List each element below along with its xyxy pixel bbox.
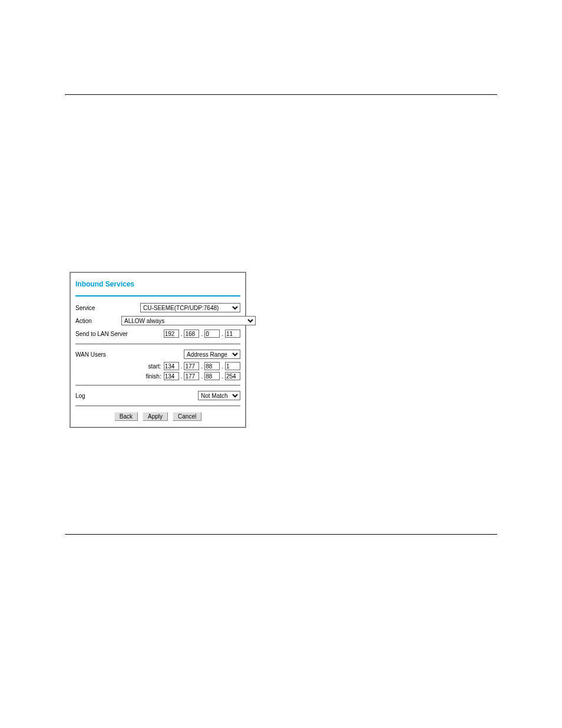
wan-users-select[interactable]: Address Range [184, 350, 240, 359]
service-select[interactable]: CU-SEEME(TCP/UDP:7648) [140, 303, 240, 312]
log-label: Log [75, 393, 121, 399]
service-label: Service [75, 305, 121, 311]
wan-finish-ip-3[interactable] [204, 372, 220, 380]
wan-users-label: WAN Users [75, 351, 121, 358]
wan-start-ip-1[interactable] [164, 362, 179, 370]
send-to-lan-label: Send to LAN Server [75, 331, 134, 337]
ip-dot: . [221, 363, 224, 370]
lan-ip-3[interactable] [204, 330, 220, 338]
row-wan-finish: finish: . . . [75, 372, 240, 380]
lan-ip-1[interactable] [164, 330, 179, 338]
panel-title: Inbound Services [75, 278, 240, 292]
footer-rule [65, 534, 497, 535]
row-service: Service CU-SEEME(TCP/UDP:7648) [75, 302, 240, 313]
panel-divider-thin [75, 385, 240, 386]
wan-start-ip-2[interactable] [184, 362, 199, 370]
lan-ip-2[interactable] [184, 330, 199, 338]
ip-dot: . [180, 363, 183, 370]
ip-dot: . [200, 331, 203, 337]
action-label: Action [75, 318, 121, 324]
ip-dot: . [221, 331, 224, 337]
wan-start-ip-3[interactable] [204, 362, 220, 370]
row-action: Action ALLOW always [75, 315, 240, 326]
button-row: Back Apply Cancel [75, 412, 240, 421]
lan-ip-4[interactable] [225, 330, 240, 338]
row-log: Log Not Match [75, 390, 240, 401]
ip-dot: . [221, 373, 224, 380]
inbound-services-panel: Inbound Services Service CU-SEEME(TCP/UD… [70, 272, 246, 428]
header-rule [65, 94, 497, 95]
wan-finish-ip-2[interactable] [184, 372, 199, 380]
row-send-to-lan: Send to LAN Server . . . [75, 328, 240, 339]
action-select[interactable]: ALLOW always [121, 316, 256, 325]
panel-divider-thin [75, 406, 240, 406]
wan-finish-ip-4[interactable] [225, 372, 240, 380]
ip-dot: . [200, 363, 203, 370]
cancel-button[interactable]: Cancel [173, 412, 201, 421]
ip-dot: . [180, 373, 183, 380]
ip-dot: . [200, 373, 203, 380]
row-wan-start: start: . . . [75, 362, 240, 370]
apply-button[interactable]: Apply [143, 412, 168, 421]
wan-finish-ip-1[interactable] [164, 372, 179, 380]
document-page: Inbound Services Service CU-SEEME(TCP/UD… [0, 0, 562, 582]
wan-start-ip-4[interactable] [225, 362, 240, 370]
wan-finish-label: finish: [146, 373, 161, 380]
ip-dot: . [180, 331, 183, 337]
back-button[interactable]: Back [114, 412, 138, 421]
panel-divider [75, 295, 240, 297]
log-select[interactable]: Not Match [198, 391, 240, 400]
wan-start-label: start: [148, 363, 161, 370]
row-wan-users: WAN Users Address Range [75, 349, 240, 360]
panel-divider-thin [75, 344, 240, 344]
